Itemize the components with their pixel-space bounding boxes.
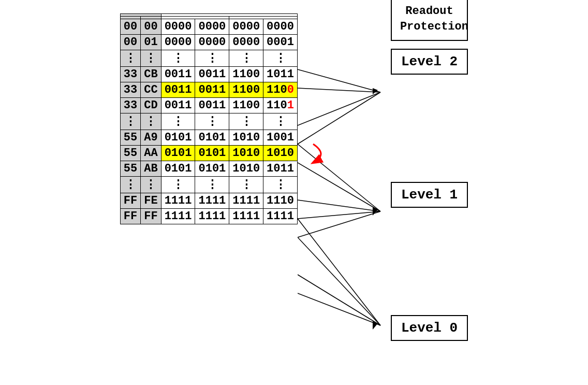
rdp-hex-cell: FE bbox=[141, 193, 161, 208]
nrdp-bin1-cell: 0011 bbox=[161, 82, 195, 97]
dots-cell: ⋮ bbox=[195, 113, 229, 130]
nrdp-hex-cell: 33 bbox=[120, 82, 140, 97]
rdp-hex-cell: 00 bbox=[141, 19, 161, 34]
dots-cell: ⋮ bbox=[141, 176, 161, 193]
rdp-bin1-cell: 1100 bbox=[229, 82, 263, 97]
dots-cell: ⋮ bbox=[195, 50, 229, 66]
nrdp-bin1-cell: 1111 bbox=[161, 208, 195, 224]
dots-cell: ⋮ bbox=[161, 50, 195, 66]
connector-lines bbox=[298, 51, 391, 382]
rdp-bin2-cell: 1001 bbox=[263, 130, 298, 145]
dots-cell: ⋮ bbox=[229, 50, 263, 66]
dots-cell: ⋮ bbox=[161, 113, 195, 130]
rdp-hex-cell: 01 bbox=[141, 34, 161, 50]
svg-marker-15 bbox=[373, 321, 378, 330]
nrdp-hex-cell: 33 bbox=[120, 97, 140, 113]
rdp-bin1-cell: 0000 bbox=[229, 19, 263, 34]
nrdp-bin2-cell: 0011 bbox=[195, 66, 229, 82]
rdp-hex-cell: CD bbox=[141, 97, 161, 113]
nrdp-bin1-cell: 0000 bbox=[161, 19, 195, 34]
rdp-bin1-cell: 1010 bbox=[229, 145, 263, 161]
nrdp-hex-cell: FF bbox=[120, 193, 140, 208]
nrdp-bin2-cell: 0101 bbox=[195, 130, 229, 145]
rdp-bin1-cell: 1010 bbox=[229, 130, 263, 145]
rdp-bin1-cell: 1100 bbox=[229, 66, 263, 82]
nrdp-bin2-cell: 1111 bbox=[195, 208, 229, 224]
rdp-hex-cell: CB bbox=[141, 66, 161, 82]
nrdp-bin2-cell: 1111 bbox=[195, 193, 229, 208]
svg-line-5 bbox=[298, 163, 380, 211]
right-panel: Flash ReadoutProtection Level 2 Level 1 … bbox=[391, 13, 468, 345]
svg-line-11 bbox=[298, 275, 380, 325]
level1-box: Level 1 bbox=[391, 182, 468, 208]
rdp-bin2-cell: 0001 bbox=[263, 34, 298, 50]
rdp-bin2-cell: 1100 bbox=[263, 82, 298, 97]
rdp-bin2-cell: 1011 bbox=[263, 66, 298, 82]
svg-line-3 bbox=[298, 92, 380, 144]
rdp-bin2-cell: 1010 bbox=[263, 145, 298, 161]
nrdp-hex-cell: 00 bbox=[120, 34, 140, 50]
nrdp-bin1-cell: 0000 bbox=[161, 34, 195, 50]
rdp-bin1-cell: 1010 bbox=[229, 161, 263, 176]
level0-box: Level 0 bbox=[391, 315, 468, 341]
nrdp-bin1-cell: 1111 bbox=[161, 193, 195, 208]
nrdp-bin2-cell: 0011 bbox=[195, 82, 229, 97]
nrdp-bin2-cell: 0000 bbox=[195, 34, 229, 50]
level0-wrap: Level 0 bbox=[391, 315, 468, 341]
rdp-bin2-cell: 1111 bbox=[263, 208, 298, 224]
level2-wrap: Level 2 bbox=[391, 49, 468, 75]
nrdp-bin1-cell: 0101 bbox=[161, 161, 195, 176]
dots-cell: ⋮ bbox=[161, 176, 195, 193]
rdp-bin2-cell: 1110 bbox=[263, 193, 298, 208]
nrdp-hex-cell: 55 bbox=[120, 130, 140, 145]
rdp-hex-cell: CC bbox=[141, 82, 161, 97]
nrdp-bin2-cell: 0011 bbox=[195, 97, 229, 113]
nrdp-hex-cell: 33 bbox=[120, 66, 140, 82]
nrdp-hex-cell: FF bbox=[120, 208, 140, 224]
nrdp-hex-cell: 55 bbox=[120, 145, 140, 161]
nrdp-hex-cell: 55 bbox=[120, 161, 140, 176]
rdp-bin1-cell: 1111 bbox=[229, 208, 263, 224]
level2-box: Level 2 bbox=[391, 49, 468, 75]
dots-cell: ⋮ bbox=[229, 113, 263, 130]
dots-cell: ⋮ bbox=[263, 176, 298, 193]
rdp-hex-cell: A9 bbox=[141, 130, 161, 145]
dots-cell: ⋮ bbox=[263, 50, 298, 66]
flash-readout-box: Flash ReadoutProtection bbox=[391, 0, 468, 41]
svg-line-2 bbox=[298, 92, 380, 125]
dots-cell: ⋮ bbox=[141, 113, 161, 130]
svg-line-4 bbox=[298, 144, 380, 211]
dots-cell: ⋮ bbox=[120, 176, 140, 193]
nrdp-bin1-cell: 0101 bbox=[161, 130, 195, 145]
nrdp-bin1-cell: 0011 bbox=[161, 66, 195, 82]
nrdp-bin2-cell: 0000 bbox=[195, 19, 229, 34]
nrdp-bin2-cell: 0101 bbox=[195, 161, 229, 176]
level1-wrap: Level 1 bbox=[391, 182, 468, 208]
flash-readout-label: Flash ReadoutProtection bbox=[400, 0, 468, 33]
rdp-bin1-cell: 0000 bbox=[229, 34, 263, 50]
rdp-table: 0000000000000000000000010000000000000001… bbox=[120, 13, 298, 224]
rdp-hex-cell: FF bbox=[141, 208, 161, 224]
rdp-bin2-cell: 1101 bbox=[263, 97, 298, 113]
nrdp-bin2-cell: 0101 bbox=[195, 145, 229, 161]
dots-cell: ⋮ bbox=[229, 176, 263, 193]
dots-cell: ⋮ bbox=[120, 113, 140, 130]
rdp-bin2-cell: 0000 bbox=[263, 19, 298, 34]
main-container: 0000000000000000000000010000000000000001… bbox=[120, 13, 468, 382]
rdp-hex-cell: AB bbox=[141, 161, 161, 176]
rdp-bin1-cell: 1111 bbox=[229, 193, 263, 208]
table-wrapper: 0000000000000000000000010000000000000001… bbox=[120, 13, 298, 224]
rdp-hex-cell: AA bbox=[141, 145, 161, 161]
nrdp-bin1-cell: 0011 bbox=[161, 97, 195, 113]
dots-cell: ⋮ bbox=[195, 176, 229, 193]
rdp-bin1-cell: 1100 bbox=[229, 97, 263, 113]
dots-cell: ⋮ bbox=[120, 50, 140, 66]
rdp-bin2-cell: 1011 bbox=[263, 161, 298, 176]
nrdp-hex-cell: 00 bbox=[120, 19, 140, 34]
dots-cell: ⋮ bbox=[263, 113, 298, 130]
dots-cell: ⋮ bbox=[141, 50, 161, 66]
nrdp-bin1-cell: 0101 bbox=[161, 145, 195, 161]
svg-line-10 bbox=[298, 237, 380, 325]
